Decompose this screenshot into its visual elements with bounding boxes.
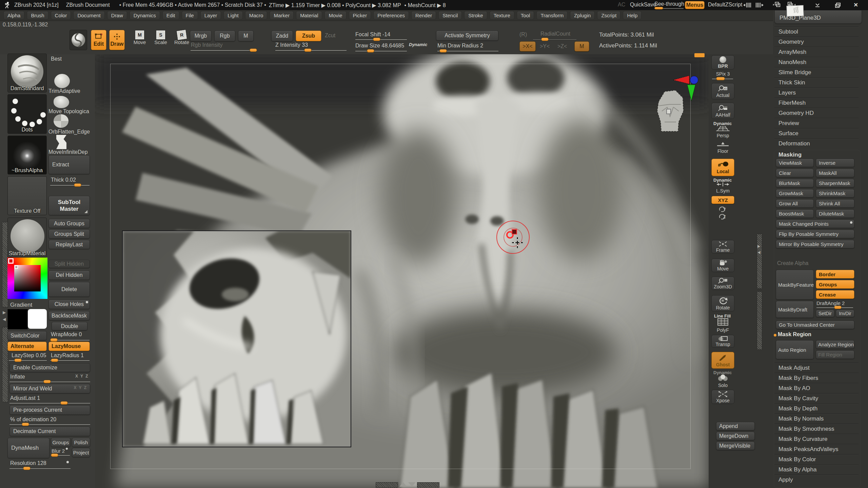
scroll-up-arrow-icon[interactable] — [399, 482, 407, 487]
grow-all-button[interactable]: Grow All — [776, 199, 814, 208]
lazy-step-slider-label[interactable]: LazyStep 0.05 — [12, 352, 46, 359]
dynamic-draw-size-label[interactable]: Dynamic — [409, 42, 427, 47]
scroll-down-arrow-icon[interactable] — [408, 482, 416, 487]
tool-section-subtool[interactable]: Subtool — [774, 26, 859, 37]
menu-zplugin[interactable]: Zplugin — [570, 11, 595, 20]
extract-button[interactable]: Extract — [48, 155, 90, 174]
feature-border-button[interactable]: Border — [816, 270, 854, 279]
blurmask-button[interactable]: BlurMask — [776, 179, 814, 187]
wrap-mode-track[interactable] — [50, 340, 90, 341]
menu-render[interactable]: Render — [411, 11, 436, 20]
symmetry-m-button[interactable]: M — [574, 41, 589, 52]
draw-size-slider-label[interactable]: Draw Size 48.64685 — [355, 43, 404, 49]
floor-button[interactable]: Floor — [711, 142, 734, 154]
brush-label-trimadaptive[interactable]: TrimAdaptive — [48, 88, 80, 94]
main-color-swatch[interactable] — [7, 309, 28, 329]
menu-macro[interactable]: Macro — [245, 11, 268, 20]
zcut-button[interactable]: Zcut — [325, 33, 335, 39]
tray-expand-icon[interactable]: ▶ — [3, 310, 6, 315]
mirror-xyz-toggle[interactable]: X Y Z — [74, 385, 87, 390]
radial-count-track[interactable] — [533, 39, 576, 40]
mirror-posable-symmetry-button[interactable]: Mirror By Posable Symmetry — [776, 240, 854, 248]
inflate-xyz-toggle[interactable]: X Y Z — [75, 374, 89, 379]
shrink-all-button[interactable]: Shrink All — [816, 199, 854, 208]
decimation-slider-label[interactable]: % of decimation 20 — [10, 416, 56, 423]
inflate-slider-label[interactable]: Inflate — [10, 374, 25, 380]
activate-symmetry-button[interactable]: Activate Symmetry — [436, 30, 498, 41]
dynamesh-blur-slider-label[interactable]: Blur 2 — [52, 448, 65, 454]
groups-split-button[interactable]: Groups Split — [48, 229, 90, 239]
resolution-nub[interactable] — [23, 467, 31, 470]
mrgb-button[interactable]: Mrgb — [190, 30, 212, 41]
transparency-button[interactable]: Transp — [711, 335, 734, 348]
symmetry-x-button[interactable]: >X< — [519, 41, 536, 52]
dynamesh-button[interactable]: DynaMesh — [7, 438, 50, 458]
menu-transform[interactable]: Transform — [536, 11, 568, 20]
menu-draw[interactable]: Draw — [107, 11, 127, 20]
aahalf-button[interactable]: AAHalf — [711, 103, 734, 119]
mask-by-depth-row[interactable]: Mask By Depth — [774, 403, 859, 413]
rgb-button[interactable]: Rgb — [214, 30, 235, 41]
z-rotation-button[interactable]: Z — [717, 214, 729, 221]
draw-size-track[interactable] — [355, 51, 407, 52]
focal-shift-slider-label[interactable]: Focal Shift -14 — [355, 32, 390, 38]
menu-picker[interactable]: Picker — [349, 11, 371, 20]
radial-count-nub[interactable] — [541, 38, 549, 41]
dynamesh-polish-button[interactable]: Polish — [72, 438, 90, 447]
current-material-sphere-icon[interactable] — [70, 30, 87, 50]
alpha-thumbnail-brushalpha[interactable]: ~BrushAlpha — [7, 136, 47, 175]
inflate-track[interactable] — [9, 382, 90, 382]
menu-tool[interactable]: Tool — [517, 11, 534, 20]
see-through-slider[interactable]: See-through 0 — [654, 1, 689, 7]
lazy-radius-slider-label[interactable]: LazyRadius 1 — [51, 352, 84, 359]
feature-crease-button[interactable]: Crease — [816, 290, 854, 299]
split-hidden-button[interactable]: Split Hidden — [48, 260, 90, 268]
maskall-button[interactable]: MaskAll — [816, 169, 854, 177]
brush-thumbnail-dots[interactable]: Dots — [7, 94, 47, 134]
default-zscript-button[interactable]: DefaultZScript — [708, 2, 742, 8]
lazy-radius-nub[interactable] — [51, 359, 58, 362]
rgb-intensity-track[interactable] — [191, 50, 257, 51]
divider-collapse-left-icon[interactable] — [743, 2, 751, 8]
menu-light[interactable]: Light — [223, 11, 243, 20]
draft-angle-nub[interactable] — [834, 306, 842, 309]
y-rotation-button[interactable]: Y — [717, 206, 729, 214]
tool-section-nanomesh[interactable]: NanoMesh — [774, 57, 859, 67]
canvas-hscroll-right[interactable] — [417, 482, 439, 488]
menu-brush[interactable]: Brush — [27, 11, 48, 20]
see-through-nub[interactable] — [654, 7, 663, 9]
brush-thumbnail-movetopological[interactable] — [54, 96, 69, 108]
boostmask-button[interactable]: BoostMask — [776, 209, 814, 218]
menu-marker[interactable]: Marker — [270, 11, 294, 20]
symmetry-y-button[interactable]: >Y< — [540, 43, 550, 49]
auto-groups-button[interactable]: Auto Groups — [48, 219, 90, 228]
mask-changed-points-button[interactable]: Mask Changed Points — [776, 220, 854, 228]
auto-region-button[interactable]: Auto Region — [776, 340, 814, 359]
focal-shift-nub[interactable] — [373, 38, 380, 41]
mask-by-alpha-row[interactable]: Mask By Alpha — [774, 464, 859, 474]
tool-section-arraymesh[interactable]: ArrayMesh — [774, 47, 859, 57]
draw-size-nub[interactable] — [367, 49, 374, 53]
thick-track[interactable] — [50, 185, 90, 186]
symmetry-r-label[interactable]: (R) — [519, 32, 527, 38]
focal-shift-track[interactable] — [355, 39, 407, 40]
merge-visible-button[interactable]: MergeVisible — [716, 442, 755, 450]
radial-count-slider-label[interactable]: RadialCount — [540, 31, 570, 37]
min-draw-radius-nub[interactable] — [439, 49, 447, 53]
double-button[interactable]: Double — [52, 322, 87, 330]
adjust-last-nub[interactable] — [60, 401, 68, 405]
right-tray-scrollbar-lower[interactable] — [757, 291, 762, 350]
actual-size-button[interactable]: x1 Actual — [711, 83, 734, 99]
menu-zscript[interactable]: Zscript — [597, 11, 620, 20]
restore-window-icon[interactable] — [833, 2, 842, 8]
bpr-button[interactable]: BPR — [711, 55, 734, 69]
brush-label-orbflatten[interactable]: OrbFlatten_Edge — [48, 129, 90, 135]
lazy-step-nub[interactable] — [14, 359, 22, 362]
spix-nub[interactable] — [716, 77, 725, 80]
brush-label-moveinfinitedepth[interactable]: MoveInfiniteDep — [48, 149, 88, 155]
append-button[interactable]: Append — [716, 422, 755, 430]
tool-section-preview[interactable]: Preview — [774, 118, 859, 128]
menu-material[interactable]: Material — [296, 11, 322, 20]
lazy-step-track[interactable] — [9, 360, 47, 361]
adjust-last-slider-label[interactable]: AdjustLast 1 — [10, 395, 40, 401]
